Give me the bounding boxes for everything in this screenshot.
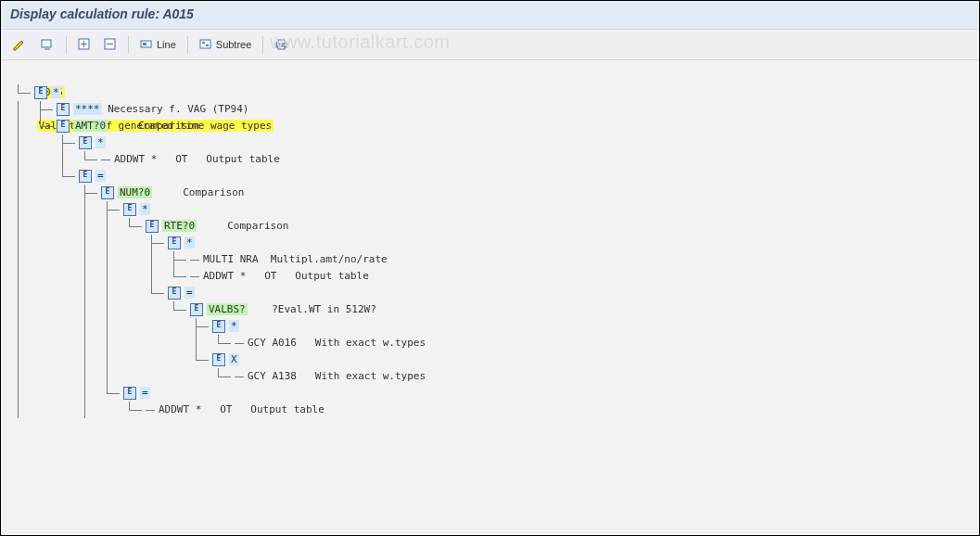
tree-connector xyxy=(57,168,79,185)
tree-connector xyxy=(168,318,190,335)
tree-connector xyxy=(79,335,101,351)
tree-row[interactable]: E= xyxy=(12,168,968,185)
tree-node-token: * xyxy=(95,136,106,148)
tree-row[interactable]: E* xyxy=(12,318,968,335)
tree-connector xyxy=(34,402,57,418)
toolbar-separator xyxy=(262,36,263,53)
tree-row[interactable]: ADDWT * OT Output table xyxy=(12,402,968,418)
tree-row[interactable]: ENUM?0 Comparison xyxy=(12,185,968,201)
tree-connector xyxy=(12,235,34,251)
expand-handle-icon[interactable]: E xyxy=(123,203,136,216)
tree-connector xyxy=(57,385,79,402)
tree-connector xyxy=(190,335,212,351)
tree-node-token: * xyxy=(51,86,61,98)
toolbar-separator xyxy=(187,36,188,53)
tree-node-token: VALBS? xyxy=(207,303,248,315)
tree-row[interactable]: MULTI NRA Multipl.amt/no/rate xyxy=(12,251,968,268)
expand-handle-icon[interactable]: E xyxy=(123,387,136,400)
tree-connector xyxy=(190,351,212,368)
tree-connector xyxy=(57,368,79,385)
toolbar-separator xyxy=(128,36,129,53)
tree-row[interactable]: ADDWT * OT Output table xyxy=(12,268,968,285)
tree-row[interactable]: EX xyxy=(12,351,968,368)
tree-connector xyxy=(34,335,57,351)
tree-connector xyxy=(101,218,123,235)
tree-row[interactable]: GCY A016 With exact w.types xyxy=(12,335,968,351)
tree-connector xyxy=(146,351,168,368)
subtree-button[interactable]: Subtree xyxy=(196,36,256,53)
expand-handle-icon[interactable]: E xyxy=(101,186,114,199)
tree-node-desc: Necessary f. VAG (TP94) xyxy=(108,103,248,115)
other-tool-icon[interactable] xyxy=(36,36,58,53)
tree-row[interactable]: ERTE?0 Comparison xyxy=(12,218,968,235)
tree-connector xyxy=(190,318,212,335)
tree-connector xyxy=(212,335,235,351)
tree-row[interactable]: E**** Necessary f. VAG (TP94) xyxy=(12,101,968,118)
expand-handle-icon[interactable]: E xyxy=(168,287,181,300)
edit-icon[interactable] xyxy=(8,36,31,53)
expand-handle-icon[interactable]: E xyxy=(57,120,70,133)
tree-row[interactable]: E* xyxy=(12,201,968,218)
tree-connector xyxy=(12,335,34,351)
tree-row[interactable]: E= xyxy=(12,285,968,301)
tree-row[interactable]: E* xyxy=(12,235,968,251)
tree-connector xyxy=(57,185,79,201)
expand-handle-icon[interactable]: E xyxy=(79,170,92,183)
line-button-label: Line xyxy=(157,39,176,50)
expand-handle-icon[interactable]: E xyxy=(168,236,181,249)
expand-handle-icon[interactable]: E xyxy=(212,320,225,333)
tree-row[interactable]: GCY A138 With exact w.types xyxy=(12,368,968,385)
tree-connector xyxy=(34,151,57,168)
tree-row[interactable]: E* xyxy=(12,134,968,151)
tree-node-desc: Comparison xyxy=(138,120,199,132)
tree-connector xyxy=(12,118,34,134)
tree-connector xyxy=(168,368,190,385)
tree-connector xyxy=(123,268,146,285)
tree-connector xyxy=(168,251,190,268)
expand-icon[interactable] xyxy=(74,36,95,53)
tree-connector xyxy=(34,101,57,118)
tree-row[interactable]: ADDWT * OT Output table xyxy=(12,151,968,168)
tree-row[interactable]: EAMT?0 Comparison xyxy=(12,118,968,134)
leaf-connector xyxy=(190,276,199,277)
tree-connector xyxy=(12,168,34,185)
tree-connector xyxy=(57,235,79,251)
collapse-icon[interactable] xyxy=(100,36,121,53)
tree-row[interactable]: E= xyxy=(12,385,968,402)
tree-connector xyxy=(101,285,123,301)
leaf-connector xyxy=(146,410,155,411)
tree-connector xyxy=(212,368,235,385)
tree-row[interactable]: E* xyxy=(12,84,968,101)
tree-connector xyxy=(34,251,57,268)
tree-row[interactable]: EVALBS? ?Eval.WT in 512W? xyxy=(12,301,968,318)
tree-connector xyxy=(34,268,57,285)
tree-connector xyxy=(12,368,34,385)
print-icon[interactable] xyxy=(271,36,293,53)
tree-root[interactable]: A015 Valuation of generated time wage ty… xyxy=(12,68,968,84)
tree-connector xyxy=(101,335,123,351)
toolbar: Line Subtree www.tutorialkart.com xyxy=(1,30,979,60)
tree-connector xyxy=(190,368,212,385)
tree-connector xyxy=(123,335,146,351)
line-button[interactable]: Line xyxy=(136,36,180,53)
svg-rect-4 xyxy=(143,43,146,45)
expand-handle-icon[interactable]: E xyxy=(79,136,92,149)
subtree-button-label: Subtree xyxy=(216,39,252,50)
tree-connector xyxy=(146,285,168,301)
expand-handle-icon[interactable]: E xyxy=(190,303,203,316)
spacer xyxy=(108,120,138,132)
expand-handle-icon[interactable]: E xyxy=(34,86,47,99)
tree-connector xyxy=(12,385,34,402)
tree-connector xyxy=(79,151,101,168)
tree-connector xyxy=(101,318,123,335)
expand-handle-icon[interactable]: E xyxy=(146,220,159,233)
tree-node-desc: ?Eval.WT in 512W? xyxy=(272,303,376,315)
expand-handle-icon[interactable]: E xyxy=(212,353,225,366)
tree-connector xyxy=(146,268,168,285)
tree-node-token: = xyxy=(140,387,150,399)
expand-handle-icon[interactable]: E xyxy=(57,103,70,116)
tree-connector xyxy=(168,351,190,368)
tree-connector xyxy=(79,201,101,218)
tree-node-token: * xyxy=(140,203,150,215)
tree-node-desc: Comparison xyxy=(183,186,244,198)
